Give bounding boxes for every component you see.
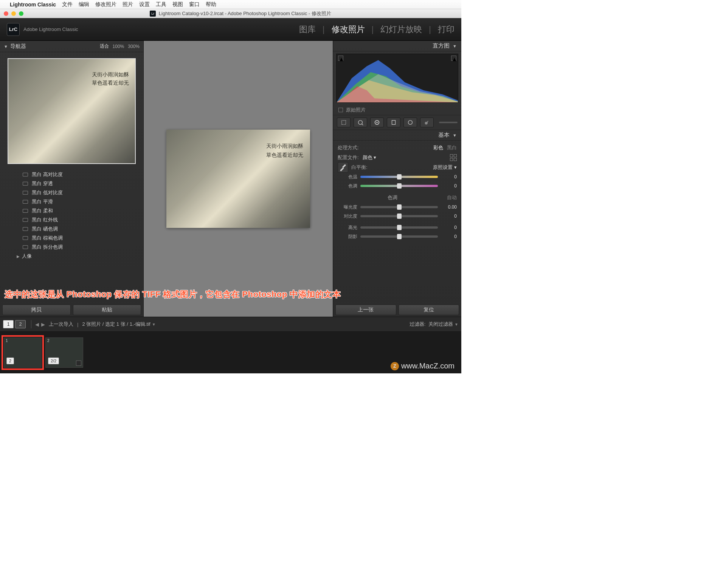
- profile-dropdown[interactable]: 颜色 ▾: [363, 154, 377, 161]
- auto-tone-button[interactable]: 自动: [447, 194, 457, 201]
- contrast-value[interactable]: 0: [441, 214, 457, 219]
- navigator-preview[interactable]: 天街小雨润如酥 草色遥看近却无: [8, 58, 136, 164]
- module-print[interactable]: 打印: [438, 24, 455, 35]
- histogram[interactable]: ▲ ▲: [336, 54, 458, 103]
- spot-tool-icon[interactable]: [354, 118, 367, 127]
- temp-label: 色温: [338, 174, 357, 180]
- preset-item[interactable]: 黑白 拆分色调: [0, 243, 143, 252]
- grad-tool-icon[interactable]: [387, 118, 400, 127]
- module-sep: |: [429, 25, 431, 34]
- highlights-label: 高光: [338, 224, 357, 231]
- paste-button[interactable]: 粘贴: [73, 305, 141, 315]
- eyedropper-icon[interactable]: [338, 162, 348, 173]
- menu-photo[interactable]: 照片: [123, 1, 133, 8]
- exposure-value[interactable]: 0.00: [441, 204, 457, 210]
- shadows-value[interactable]: 0: [441, 234, 457, 239]
- grid-size-2[interactable]: 2: [15, 320, 26, 328]
- radial-tool-icon[interactable]: [403, 118, 417, 127]
- module-library[interactable]: 图库: [299, 24, 316, 35]
- zoom-fit[interactable]: 适合: [100, 43, 109, 50]
- preset-item[interactable]: 黑白 穿透: [0, 179, 143, 188]
- svg-rect-9: [427, 121, 428, 123]
- preset-icon: [23, 173, 28, 176]
- watermark-text: www.MacZ.com: [401, 362, 455, 370]
- app-header: LrC Adobe Lightroom Classic 图库 | 修改照片 | …: [0, 18, 461, 41]
- close-icon[interactable]: [4, 11, 8, 16]
- canvas-area[interactable]: 天街小雨润如酥 草色遥看近却无 B|A Y|Y ☐ 软打样: [144, 41, 333, 317]
- treatment-bw[interactable]: 黑白: [447, 144, 457, 151]
- menubar-app-name[interactable]: Lightroom Classic: [10, 2, 56, 8]
- temp-value[interactable]: 0: [441, 174, 457, 179]
- svg-point-5: [376, 122, 378, 123]
- thumb-index: 1: [6, 339, 8, 343]
- nav-fwd-icon[interactable]: ▶: [41, 322, 45, 327]
- menu-develop[interactable]: 修改照片: [95, 1, 116, 8]
- highlights-value[interactable]: 0: [441, 225, 457, 230]
- preset-item[interactable]: 黑白 棕褐色调: [0, 234, 143, 243]
- menu-file[interactable]: 文件: [62, 1, 73, 8]
- menu-settings[interactable]: 设置: [139, 1, 150, 8]
- tool-amount-slider[interactable]: [439, 122, 458, 123]
- zoom-100[interactable]: 100%: [113, 44, 124, 49]
- preset-icon: [23, 209, 28, 213]
- redeye-tool-icon[interactable]: [370, 118, 384, 127]
- menu-tools[interactable]: 工具: [156, 1, 166, 8]
- filter-dropdown[interactable]: 关闭过滤器 ▼: [428, 321, 458, 328]
- preset-item[interactable]: 黑白 高对比度: [0, 170, 143, 179]
- preset-item[interactable]: 黑白 柔和: [0, 206, 143, 215]
- reset-button[interactable]: 复位: [399, 305, 459, 315]
- preset-item[interactable]: 黑白 硒色调: [0, 224, 143, 234]
- preset-icon: [23, 182, 28, 186]
- shadow-clip-icon[interactable]: ▲: [338, 56, 343, 61]
- filmstrip-thumb[interactable]: 2 2/2: [45, 337, 83, 368]
- contrast-slider[interactable]: [360, 215, 438, 217]
- exposure-slider[interactable]: [360, 206, 438, 208]
- canvas-image: 天街小雨润如酥 草色遥看近却无: [166, 130, 310, 228]
- svg-rect-1: [342, 121, 346, 125]
- nav-back-icon[interactable]: ◀: [35, 322, 39, 327]
- tint-slider[interactable]: [360, 185, 438, 187]
- highlights-slider[interactable]: [360, 226, 438, 229]
- copy-button[interactable]: 拷贝: [2, 305, 71, 315]
- highlight-clip-icon[interactable]: ▲: [451, 56, 456, 61]
- menu-window[interactable]: 窗口: [189, 1, 200, 8]
- menu-edit[interactable]: 编辑: [79, 1, 89, 8]
- shadows-slider[interactable]: [360, 235, 438, 238]
- wb-dropdown[interactable]: 原照设置 ▾: [433, 164, 457, 171]
- preset-item[interactable]: 黑白 平滑: [0, 197, 143, 206]
- treatment-label: 处理方式:: [338, 144, 359, 151]
- import-source[interactable]: 上一次导入: [49, 321, 73, 328]
- canvas-overlay-text: 天街小雨润如酥 草色遥看近却无: [266, 142, 303, 160]
- temp-slider[interactable]: [360, 176, 438, 178]
- preset-list: 黑白 高对比度 黑白 穿透 黑白 低对比度 黑白 平滑 黑白 柔和 黑白 红外线…: [0, 168, 143, 303]
- histogram-header[interactable]: 直方图 ▼: [333, 41, 461, 51]
- menu-help[interactable]: 帮助: [206, 1, 216, 8]
- chevron-right-icon: ▶: [17, 254, 20, 258]
- preset-item[interactable]: 黑白 低对比度: [0, 188, 143, 197]
- grid-size-1[interactable]: 1: [3, 320, 14, 328]
- app-brand: Adobe Lightroom Classic: [23, 26, 78, 32]
- module-slideshow[interactable]: 幻灯片放映: [380, 24, 422, 35]
- app-logo-icon: LrC: [7, 23, 20, 36]
- zoom-300[interactable]: 300%: [128, 44, 140, 49]
- stack-badge[interactable]: 2/2: [48, 357, 59, 364]
- filmstrip-thumb-selected[interactable]: 1 2: [4, 337, 42, 368]
- profile-browser-icon[interactable]: [450, 154, 457, 161]
- preset-group[interactable]: ▶人像: [0, 252, 143, 261]
- crop-tool-icon[interactable]: [337, 118, 351, 127]
- tint-value[interactable]: 0: [441, 183, 457, 189]
- preset-item[interactable]: 黑白 红外线: [0, 215, 143, 224]
- navigator-header[interactable]: ▼ 导航器 适合 100% 300%: [0, 41, 143, 52]
- previous-button[interactable]: 上一张: [335, 305, 396, 315]
- preset-icon: [23, 227, 28, 231]
- module-develop[interactable]: 修改照片: [332, 24, 365, 35]
- treatment-color[interactable]: 彩色: [433, 144, 443, 151]
- brush-tool-icon[interactable]: [420, 118, 434, 127]
- zoom-icon[interactable]: [19, 11, 23, 16]
- minimize-icon[interactable]: [11, 11, 16, 16]
- basic-header[interactable]: 基本 ▼: [333, 130, 461, 141]
- stack-badge[interactable]: 2: [6, 357, 14, 364]
- checkbox-icon[interactable]: [338, 108, 343, 112]
- original-photo-row[interactable]: 原始照片: [333, 105, 461, 115]
- menu-view[interactable]: 视图: [172, 1, 183, 8]
